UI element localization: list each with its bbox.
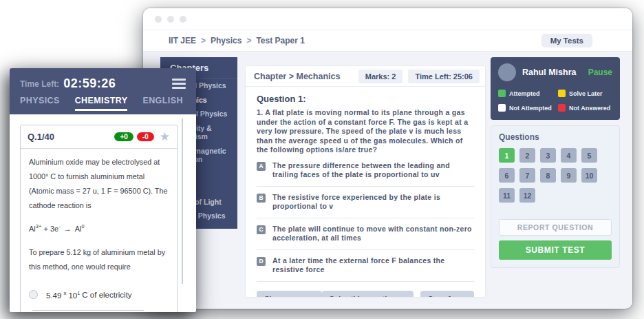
scrollbar[interactable] bbox=[182, 119, 183, 284]
question-cell-4[interactable]: 4 bbox=[561, 148, 577, 163]
my-tests-button[interactable]: My Tests bbox=[541, 34, 592, 48]
question-card-header: Chapter > Mechanics Marks: 2 Time Left: … bbox=[246, 66, 485, 87]
submit-test-button[interactable]: SUBMIT TEST bbox=[499, 240, 612, 260]
mobile-question-text-2: To prepare 5.12 kg of aluminium metal by… bbox=[29, 245, 169, 274]
legend-solve-later: Solve Later bbox=[558, 90, 612, 97]
mobile-question-text: Aluminium oxide may be electrolysed at 1… bbox=[29, 155, 169, 213]
report-question-button[interactable]: REPORT QUESTION bbox=[499, 219, 612, 236]
option-row-b[interactable]: B The resistive force experienced by the… bbox=[257, 193, 474, 212]
solve-later-swatch bbox=[558, 90, 566, 97]
right-panel: Rahul Mishra Pause Attempted Solve Later… bbox=[491, 57, 620, 268]
reaction-arrow: → bbox=[64, 225, 72, 233]
question-cell-12[interactable]: 12 bbox=[519, 188, 535, 203]
option-text-d: At a later time the external force F bal… bbox=[272, 256, 474, 275]
breadcrumb-bar: IIT JEE > Physics > Test Paper 1 My Test… bbox=[143, 30, 632, 52]
option-divider bbox=[257, 281, 474, 282]
hamburger-menu-icon[interactable] bbox=[172, 79, 186, 89]
not-answered-swatch bbox=[558, 104, 566, 112]
tab-physics[interactable]: PHYSICS bbox=[20, 96, 60, 111]
solve-later-button[interactable]: Solve this question later bbox=[322, 291, 414, 298]
radio-button[interactable] bbox=[29, 290, 38, 299]
time-left-label: Time Left: bbox=[20, 79, 59, 89]
legend-not-answered: Not Answered bbox=[558, 104, 612, 112]
option-divider bbox=[257, 218, 474, 218]
question-card-body: Question 1: 1. A flat plate is moving no… bbox=[246, 87, 485, 298]
chapter-title: Chapter > Mechanics bbox=[254, 72, 340, 81]
breadcrumb-item[interactable]: Physics bbox=[211, 36, 242, 45]
question-counter: Q.1/40 bbox=[28, 132, 54, 142]
user-name: Rahul Mishra bbox=[522, 68, 577, 77]
question-title: Question 1: bbox=[257, 94, 474, 104]
bookmark-star-icon[interactable]: ★ bbox=[160, 131, 170, 143]
attempted-swatch bbox=[498, 90, 506, 97]
window-body: Chapters General Physics Mechanics Therm… bbox=[143, 52, 632, 308]
time-left-badge: Time Left: 25:06 bbox=[408, 70, 480, 83]
negative-marks-badge: -0 bbox=[137, 132, 154, 141]
window-control-dot bbox=[180, 16, 186, 23]
mobile-question-card-header: Q.1/40 +0 -0 ★ bbox=[21, 125, 177, 149]
option-row-d[interactable]: D At a later time the external force F b… bbox=[257, 256, 474, 275]
mobile-question-content: Aluminium oxide may be electrolysed at 1… bbox=[21, 149, 177, 312]
avatar bbox=[498, 63, 516, 81]
question-cell-7[interactable]: 7 bbox=[519, 168, 535, 183]
question-cell-9[interactable]: 9 bbox=[561, 168, 577, 183]
question-cell-5[interactable]: 5 bbox=[581, 148, 597, 163]
save-next-button[interactable]: Save & Next bbox=[420, 291, 474, 298]
breadcrumb-separator: > bbox=[246, 36, 251, 45]
option-chip-d[interactable]: D bbox=[257, 257, 266, 266]
option-row-a[interactable]: A The pressure difference between the le… bbox=[257, 161, 474, 180]
time-left-value: 02:59:26 bbox=[63, 76, 116, 91]
window-control-dot bbox=[167, 16, 174, 23]
clear-response-button[interactable]: Clear Response bbox=[257, 291, 322, 298]
mobile-test-window: Time Left: 02:59:26 PHYSICS CHEMISTRY EN… bbox=[10, 68, 196, 312]
status-legend: Attempted Solve Later Not Attempted Not … bbox=[498, 90, 612, 112]
option-row-c[interactable]: C The plate will continue to move with c… bbox=[257, 225, 474, 243]
cathode-reaction-formula: Al3+ + 3e-→Al0 bbox=[29, 219, 169, 236]
question-cell-8[interactable]: 8 bbox=[540, 168, 556, 183]
option-text-c: The plate will continue to move with con… bbox=[272, 225, 474, 243]
question-cell-2[interactable]: 2 bbox=[519, 148, 535, 163]
option-chip-a[interactable]: A bbox=[257, 162, 266, 171]
question-cell-11[interactable]: 11 bbox=[499, 188, 515, 203]
option-chip-b[interactable]: B bbox=[257, 194, 266, 203]
mobile-question-card: Q.1/40 +0 -0 ★ Aluminium oxide may be el… bbox=[20, 125, 178, 312]
question-number: 1. bbox=[257, 108, 263, 116]
subject-tabs: PHYSICS CHEMISTRY ENGLISH PROFICIENCY bbox=[20, 96, 186, 111]
option-text-a: The pressure difference between the lead… bbox=[272, 161, 474, 180]
question-cell-1[interactable]: 1 bbox=[499, 148, 515, 163]
option-divider bbox=[257, 249, 474, 250]
marks-badge: Marks: 2 bbox=[358, 70, 403, 83]
not-attempted-swatch bbox=[498, 104, 506, 112]
mobile-option-1-text: 5.49x101C of electricity bbox=[46, 286, 132, 303]
user-panel: Rahul Mishra Pause Attempted Solve Later… bbox=[491, 57, 620, 120]
pause-button[interactable]: Pause bbox=[588, 68, 612, 77]
legend-attempted: Attempted bbox=[498, 90, 555, 97]
legend-not-attempted: Not Attempted bbox=[498, 104, 555, 112]
option-chip-c[interactable]: C bbox=[257, 225, 266, 234]
questions-panel: Questions 1 2 3 4 5 6 7 8 9 10 11 12 REP… bbox=[491, 125, 620, 268]
question-cell-6[interactable]: 6 bbox=[499, 168, 515, 183]
window-control-dot bbox=[155, 16, 162, 23]
breadcrumb: IIT JEE > Physics > Test Paper 1 bbox=[169, 36, 305, 45]
option-divider bbox=[257, 186, 474, 187]
question-number-grid: 1 2 3 4 5 6 7 8 9 10 11 12 bbox=[499, 148, 612, 203]
tab-english-proficiency[interactable]: ENGLISH PROFICIENCY bbox=[142, 96, 186, 111]
question-cell-10[interactable]: 10 bbox=[581, 168, 597, 183]
mobile-body: Q.1/40 +0 -0 ★ Aluminium oxide may be el… bbox=[10, 114, 196, 312]
breadcrumb-separator: > bbox=[201, 36, 206, 45]
question-text: 1. A flat plate is moving normal to its … bbox=[257, 108, 474, 155]
question-actions: Clear Response Solve this question later… bbox=[257, 291, 474, 298]
questions-panel-title: Questions bbox=[499, 132, 612, 142]
tab-chemistry[interactable]: CHEMISTRY bbox=[75, 96, 128, 111]
positive-marks-badge: +0 bbox=[114, 132, 133, 141]
mobile-option-1[interactable]: 5.49x101C of electricity bbox=[29, 286, 169, 303]
question-cell-3[interactable]: 3 bbox=[540, 148, 556, 163]
window-titlebar bbox=[143, 8, 632, 30]
mobile-header: Time Left: 02:59:26 PHYSICS CHEMISTRY EN… bbox=[10, 68, 196, 114]
mobile-option-divider bbox=[32, 310, 144, 311]
breadcrumb-item[interactable]: Test Paper 1 bbox=[256, 36, 304, 45]
breadcrumb-item[interactable]: IIT JEE bbox=[169, 36, 196, 45]
option-text-b: The resistive force experienced by the p… bbox=[272, 193, 474, 212]
desktop-window: IIT JEE > Physics > Test Paper 1 My Test… bbox=[143, 8, 632, 309]
question-card: Chapter > Mechanics Marks: 2 Time Left: … bbox=[245, 65, 486, 298]
